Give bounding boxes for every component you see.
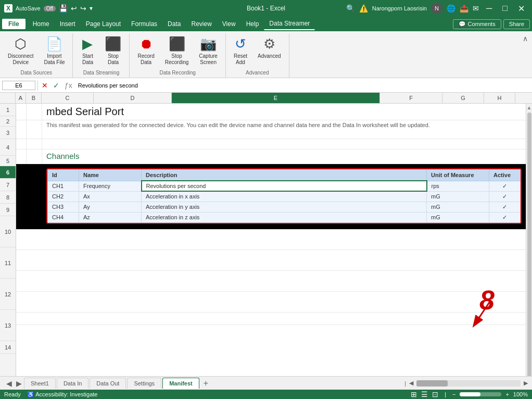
cell-ch2-id[interactable]: CH2 [48, 191, 79, 202]
menu-data-streamer[interactable]: Data Streamer [264, 18, 315, 30]
feedback-icon[interactable]: ✉ [473, 4, 479, 13]
cell-a2[interactable] [16, 120, 27, 139]
capture-screen-button[interactable]: 📷 CaptureScreen [194, 33, 222, 68]
cell-a3[interactable] [16, 139, 27, 149]
row-num-11[interactable]: 11 [0, 247, 16, 279]
tab-data-out[interactable]: Data Out [90, 378, 126, 389]
formula-insert-function-icon[interactable]: ƒx [63, 81, 74, 90]
start-data-button[interactable]: ▶ StartData [76, 33, 99, 68]
row-num-12[interactable]: 12 [0, 279, 16, 310]
cell-b4[interactable] [27, 149, 42, 164]
zoom-slider[interactable] [460, 392, 501, 396]
menu-data[interactable]: Data [162, 18, 186, 30]
search-icon[interactable]: 🔍 [346, 4, 355, 13]
menu-insert[interactable]: Insert [55, 18, 81, 30]
cell-ch4-active[interactable]: ✓ [489, 212, 521, 222]
menu-view[interactable]: View [217, 18, 241, 30]
record-data-button[interactable]: ⏺ RecordData [133, 33, 159, 68]
cell-reference-input[interactable] [2, 81, 35, 90]
comments-button[interactable]: 💬 Comments [453, 19, 501, 29]
row-num-2[interactable]: 2 [0, 116, 16, 127]
cell-ch4-description[interactable]: Acceleration in z axis [142, 212, 427, 222]
row-num-1[interactable]: 1 [0, 104, 16, 116]
advanced-button[interactable]: ⚙ Advanced [253, 33, 285, 62]
layout-normal-icon[interactable]: ⊞ [411, 390, 417, 398]
cell-ch2-unit[interactable]: mG [427, 191, 489, 202]
formula-input[interactable] [74, 81, 530, 90]
tab-data-in[interactable]: Data In [57, 378, 88, 389]
col-header-d[interactable]: D [94, 93, 172, 103]
cell-ch1-active[interactable]: ✓ [489, 181, 521, 191]
save-icon[interactable]: 💾 [59, 4, 68, 13]
col-header-c[interactable]: C [42, 93, 94, 103]
row-num-7[interactable]: 7 [0, 179, 16, 191]
menu-home[interactable]: Home [28, 18, 55, 30]
cell-b2[interactable] [27, 120, 42, 139]
tab-sheet1[interactable]: Sheet1 [24, 378, 56, 389]
formula-confirm-icon[interactable]: ✓ [52, 81, 61, 90]
user-avatar[interactable]: N [431, 3, 442, 14]
cell-ch1-id[interactable]: CH1 [48, 181, 79, 191]
cell-ch2-description[interactable]: Acceleration in x axis [142, 191, 427, 202]
scroll-left-sheet[interactable]: ◀ [409, 380, 413, 386]
share-button[interactable]: Share [503, 19, 530, 29]
cell-ch3-description[interactable]: Acceleration in y axis [142, 202, 427, 212]
cell-b3[interactable] [27, 139, 42, 149]
cell-a1[interactable] [16, 104, 27, 120]
layout-break-icon[interactable]: ⊡ [432, 390, 438, 398]
close-button[interactable]: ✕ [515, 4, 528, 14]
tab-scroll-left[interactable]: ◀ [4, 379, 14, 388]
cell-ch3-name[interactable]: Ay [79, 202, 142, 212]
cell-ch2-active[interactable]: ✓ [489, 191, 521, 202]
menu-help[interactable]: Help [241, 18, 264, 30]
row-num-10[interactable]: 10 [0, 216, 16, 247]
row-num-3[interactable]: 3 [0, 127, 16, 139]
menu-page-layout[interactable]: Page Layout [81, 18, 126, 30]
quick-access-more[interactable]: ▾ [90, 5, 93, 12]
stop-recording-button[interactable]: ⬛ StopRecording [160, 33, 194, 68]
tab-manifest[interactable]: Manifest [162, 378, 199, 389]
col-header-g[interactable]: G [442, 93, 484, 103]
stop-data-button[interactable]: ⬛ StopData [100, 33, 126, 68]
row-num-13[interactable]: 13 [0, 310, 16, 341]
menu-review[interactable]: Review [186, 18, 217, 30]
zoom-level-label[interactable]: 100% [513, 391, 528, 397]
scroll-right-sheet[interactable]: ▶ [524, 380, 528, 386]
vertical-scrollbar[interactable]: ▲ ▼ [526, 104, 532, 399]
share-icon[interactable]: 📤 [460, 4, 468, 13]
cell-b1[interactable] [27, 104, 42, 120]
cell-c4-channels-title[interactable]: Channels [42, 149, 526, 164]
cell-c3[interactable] [42, 139, 526, 149]
menu-formulas[interactable]: Formulas [126, 18, 162, 30]
cell-ch3-active[interactable]: ✓ [489, 202, 521, 212]
col-header-h[interactable]: H [484, 93, 515, 103]
add-sheet-button[interactable]: + [200, 379, 211, 388]
cell-c1-device-title[interactable]: mbed Serial Port [42, 104, 526, 120]
autosave-toggle[interactable]: Off [44, 6, 56, 11]
row-num-6[interactable]: 6 [0, 166, 16, 179]
cell-ch1-unit[interactable]: rps [427, 181, 489, 191]
horizontal-scrollbar[interactable] [416, 380, 521, 386]
cell-ch2-name[interactable]: Ax [79, 191, 142, 202]
row-num-14[interactable]: 14 [0, 341, 16, 354]
row-num-4[interactable]: 4 [0, 139, 16, 156]
zoom-in-button[interactable]: + [505, 391, 509, 397]
cell-ch4-id[interactable]: CH4 [48, 212, 79, 222]
zoom-out-button[interactable]: − [452, 391, 455, 397]
cell-ch1-name[interactable]: Frequency [79, 181, 142, 191]
file-menu-button[interactable]: File [2, 19, 26, 29]
col-header-f[interactable]: F [380, 93, 442, 103]
cell-ch4-unit[interactable]: mG [427, 212, 489, 222]
col-header-e[interactable]: E [172, 93, 380, 103]
cell-ch4-name[interactable]: Az [79, 212, 142, 222]
col-header-a[interactable]: A [16, 93, 26, 103]
tab-scroll-right[interactable]: ▶ [14, 379, 24, 388]
accessibility-label[interactable]: ♿ Accessibility: Investigate [27, 391, 98, 398]
import-data-file-button[interactable]: 📄 ImportData File [39, 33, 69, 68]
layout-page-icon[interactable]: ☰ [421, 390, 428, 398]
formula-cancel-icon[interactable]: ✕ [40, 81, 49, 90]
ribbon-expand-icon[interactable]: 🌐 [447, 4, 455, 13]
col-header-b[interactable]: B [26, 93, 42, 103]
maximize-button[interactable]: □ [499, 4, 511, 13]
scroll-thumb[interactable] [527, 113, 531, 390]
